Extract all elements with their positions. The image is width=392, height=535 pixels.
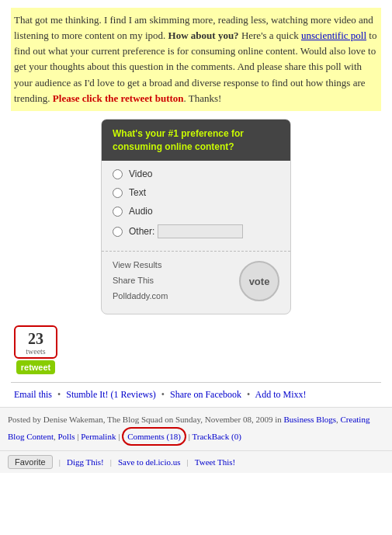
article-end: . Thanks! [184,92,222,104]
mixx-link[interactable]: Add to Mixx! [255,389,307,400]
article-text: That got me thinking. I find I am skimmi… [11,8,381,111]
poll-footer: View Results Share This Polldaddy.com vo… [102,258,290,304]
digg-link[interactable]: Digg This! [67,457,104,467]
comments-link[interactable]: Comments (18) [127,432,181,441]
action-sep1: | [59,457,61,467]
tweet-count: 23 [17,330,54,347]
article-after-bold: Here's a quick [239,30,301,41]
polls-link[interactable]: Polls [57,432,75,441]
business-blogs-link[interactable]: Business Blogs [283,415,336,424]
action-sep2: | [110,457,112,467]
retweet-button[interactable]: retweet [16,360,56,374]
sep2: • [161,389,165,400]
sep-meta4: | [116,432,122,441]
poll-divider [102,251,290,252]
comments-circled: Comments (18) [122,427,186,446]
poll-option-video-label: Video [129,168,152,179]
save-link[interactable]: Save to del.icio.us [118,457,181,467]
tweet-link[interactable]: Tweet This! [195,457,236,467]
tweet-count-label: tweets [17,347,54,356]
trackback-link[interactable]: TrackBack (0) [192,432,241,441]
sep3: • [247,389,250,400]
permalink-link[interactable]: Permalink [81,432,116,441]
poll-option-audio[interactable]: Audio [113,206,279,217]
bold-you: How about you? [168,30,239,41]
poll-option-video[interactable]: Video [113,168,279,179]
polldaddy-link[interactable]: Polldaddy.com [113,291,168,301]
tweet-box: 23 tweets retweet [11,325,381,374]
tweet-count-box: 23 tweets [14,325,57,359]
poll-option-audio-label: Audio [129,206,153,217]
poll-other-label: Other: [129,226,154,237]
poll-links: View Results Share This Polldaddy.com [113,258,168,304]
poll-question: What's your #1 preference for consuming … [102,120,290,162]
action-sep3: | [187,457,189,467]
post-meta: Posted by Denise Wakeman, The Blog Squad… [0,407,392,450]
social-links: Email this • Stumble It! (1 Reviews) • S… [11,382,381,407]
poll-radio-other[interactable] [113,227,123,237]
poll-other-input[interactable] [158,224,243,238]
vote-button[interactable]: vote [239,261,279,301]
poll-option-text[interactable]: Text [113,187,279,198]
favorite-button[interactable]: Favorite [8,455,53,469]
stumble-link[interactable]: Stumble It! (1 Reviews) [66,389,156,400]
email-link[interactable]: Email this [14,389,52,400]
view-results-link[interactable]: View Results [113,260,161,269]
post-meta-prefix: Posted by Denise Wakeman, The Blog Squad… [8,415,283,424]
poll-option-text-label: Text [129,187,146,198]
bold-click: Please click the retweet button [53,92,184,104]
poll-radio-text[interactable] [113,188,123,198]
poll-widget: What's your #1 preference for consuming … [101,119,291,314]
tweet-wrapper: 23 tweets retweet [14,325,57,374]
facebook-link[interactable]: Share on Facebook [170,389,241,400]
sep1: • [57,389,61,400]
poll-link[interactable]: unscientific poll [301,30,366,41]
poll-radio-video[interactable] [113,169,123,179]
poll-radio-audio[interactable] [113,207,123,217]
poll-options: Video Text Audio Other: [102,161,290,246]
poll-option-other: Other: [113,224,279,238]
action-bar: Favorite | Digg This! | Save to del.icio… [0,450,392,473]
share-this-link[interactable]: Share This [113,276,154,285]
